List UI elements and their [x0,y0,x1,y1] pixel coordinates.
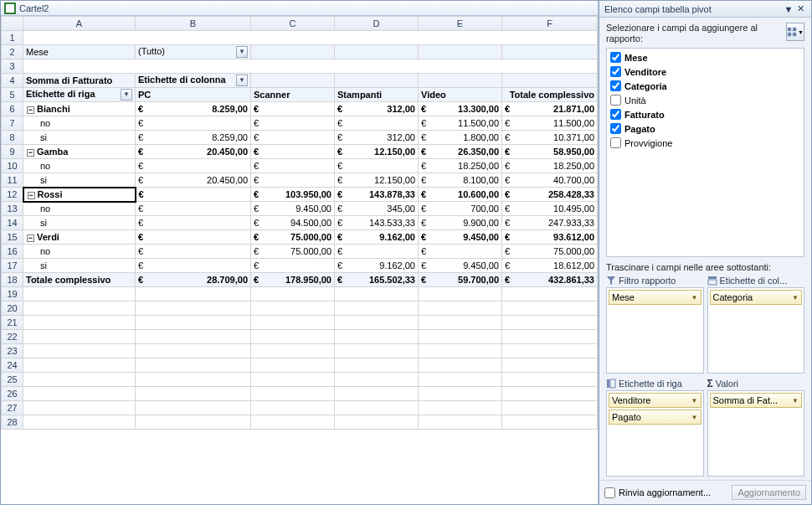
value-cell[interactable]: €12.150,00 [335,173,419,188]
value-cell[interactable]: €12.150,00 [335,145,419,159]
value-cell[interactable]: €26.350,00 [419,145,502,159]
row-header[interactable]: 19 [2,287,23,301]
value-cell[interactable]: €11.500,00 [419,116,502,131]
row-header[interactable]: 18 [2,273,23,287]
field-checkbox[interactable] [610,52,621,63]
field-pagato[interactable]: Pagato [609,121,802,136]
col-pc[interactable]: PC [136,88,251,102]
value-cell[interactable]: €58.950,00 [502,145,598,159]
pane-title-bar[interactable]: Elenco campi tabella pivot ▼ ✕ [599,1,811,18]
chevron-down-icon[interactable]: ▼ [792,294,799,301]
row-header[interactable]: 16 [2,245,23,259]
row-header[interactable]: 27 [2,401,23,415]
row-header[interactable]: 13 [2,202,23,216]
defer-update-checkbox[interactable]: Rinvia aggiornament... [604,487,727,498]
area-chip[interactable]: Categoria▼ [710,290,803,305]
row-header[interactable]: 11 [2,173,23,188]
area-values[interactable]: ΣValori Somma di Fat...▼ [707,377,805,477]
area-report-filter[interactable]: Filtro rapporto Mese▼ [606,274,704,374]
field-checkbox[interactable] [610,66,621,77]
value-cell[interactable]: €312,00 [335,131,419,145]
row-header[interactable]: 12 [2,188,23,202]
col-stampanti[interactable]: Stampanti [335,88,419,102]
col-header-C[interactable]: C [251,17,335,31]
value-cell[interactable]: €13.300,00 [419,102,502,116]
field-checkbox[interactable] [610,80,621,91]
value-cell[interactable]: € [251,102,335,116]
area-chip[interactable]: Pagato▼ [609,410,702,425]
row-header[interactable]: 1 [2,31,23,45]
row-label-cell[interactable]: −Verdi [23,230,136,245]
value-cell[interactable]: €10.495,00 [502,202,598,216]
value-cell[interactable]: €75.000,00 [502,245,598,259]
value-cell[interactable]: €75.000,00 [251,245,335,259]
col-header-B[interactable]: B [136,17,251,31]
area-row-labels[interactable]: Etichette di riga Venditore▼Pagato▼ [606,377,704,477]
row-label-cell[interactable]: si [23,259,136,273]
column-labels-dropdown-icon[interactable]: ▼ [236,75,248,86]
value-cell[interactable]: € [419,245,502,259]
value-cell[interactable]: €9.450,00 [419,230,502,245]
value-cell[interactable]: €18.250,00 [502,159,598,173]
value-cell[interactable]: €143.533,33 [335,216,419,230]
filter-field-label[interactable]: Mese [23,45,136,59]
col-header-A[interactable]: A [23,17,136,31]
field-checkbox[interactable] [610,95,621,106]
value-cell[interactable]: €20.450,00 [136,173,251,188]
value-cell[interactable]: €18.612,00 [502,259,598,273]
row-header[interactable]: 25 [2,373,23,387]
row-labels-header[interactable]: Etichette di riga ▼ [23,88,136,102]
field-checkbox[interactable] [610,109,621,120]
value-cell[interactable]: € [251,159,335,173]
col-video[interactable]: Video [419,88,502,102]
area-chip[interactable]: Venditore▼ [609,393,702,408]
value-cell[interactable]: €11.500,00 [502,116,598,131]
column-labels-title[interactable]: Etichette di colonna ▼ [136,74,251,88]
row-header[interactable]: 22 [2,330,23,344]
value-cell[interactable]: €9.450,00 [251,202,335,216]
row-header[interactable]: 15 [2,230,23,245]
value-cell[interactable]: € [251,131,335,145]
value-cell[interactable]: €8.259,00 [136,131,251,145]
update-button[interactable]: Aggiornamento [732,485,806,500]
filter-dropdown-icon[interactable]: ▼ [236,46,248,58]
chevron-down-icon[interactable]: ▼ [792,397,799,405]
row-header[interactable]: 2 [2,45,23,59]
row-header[interactable]: 17 [2,259,23,273]
value-cell[interactable]: €18.250,00 [419,159,502,173]
spreadsheet-grid[interactable]: A B C D E F 1 2 Mese (Tutto) ▼ 3 [1,16,598,504]
select-all-corner[interactable] [2,17,23,31]
value-cell[interactable]: €143.878,33 [335,188,419,202]
field-categoria[interactable]: Categoria [609,79,802,93]
row-header[interactable]: 10 [2,159,23,173]
value-cell[interactable]: €8.259,00 [136,102,251,116]
row-label-cell[interactable]: no [23,116,136,131]
row-label-cell[interactable]: no [23,245,136,259]
value-cell[interactable]: € [251,145,335,159]
row-header[interactable]: 5 [2,88,23,102]
chevron-down-icon[interactable]: ▼ [691,294,698,301]
value-cell[interactable]: €94.500,00 [251,216,335,230]
row-header[interactable]: 7 [2,116,23,131]
area-column-labels[interactable]: Etichette di col... Categoria▼ [707,274,805,374]
collapse-icon[interactable]: − [28,192,35,199]
value-cell[interactable]: € [136,202,251,216]
field-checkbox[interactable] [610,123,621,134]
row-header[interactable]: 24 [2,358,23,373]
row-header[interactable]: 9 [2,145,23,159]
value-cell[interactable]: €9.900,00 [419,216,502,230]
row-header[interactable]: 8 [2,131,23,145]
value-cell[interactable]: €9.162,00 [335,230,419,245]
value-cell[interactable]: €345,00 [335,202,419,216]
collapse-icon[interactable]: − [27,149,34,157]
field-provvigione[interactable]: Provvigione [609,136,802,150]
filter-field-value[interactable]: (Tutto) ▼ [136,45,251,59]
row-header[interactable]: 4 [2,74,23,88]
row-header[interactable]: 6 [2,102,23,116]
value-cell[interactable]: €700,00 [419,202,502,216]
value-cell[interactable]: € [136,259,251,273]
value-cell[interactable]: € [251,173,335,188]
value-cell[interactable]: €9.450,00 [419,259,502,273]
field-checkbox[interactable] [610,137,621,148]
row-label-cell[interactable]: si [23,216,136,230]
